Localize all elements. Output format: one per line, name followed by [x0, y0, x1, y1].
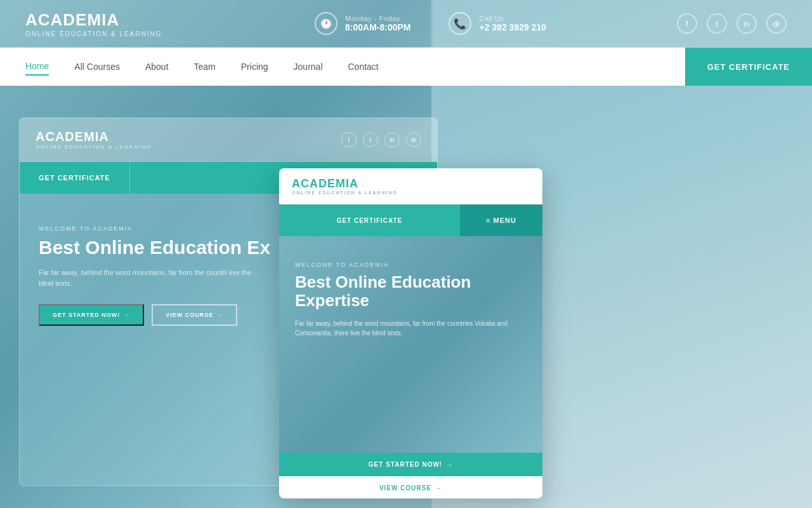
- nav-about[interactable]: About: [145, 58, 169, 75]
- desktop-dribbble-icon: dr: [406, 132, 421, 147]
- schedule-details: Monday - Friday 8:00AM-8:00PM: [345, 15, 410, 32]
- instagram-icon[interactable]: in: [737, 13, 757, 34]
- mobile-mockup-header: ACADEMIA ONLINE EDUCATION & LEARNING: [279, 168, 542, 204]
- mobile-mockup-desc: Far far away, behind the word mountains,…: [295, 319, 527, 338]
- phone-info: 📞 Call Us +2 392 3929 210: [449, 12, 546, 35]
- nav-all-courses[interactable]: All Courses: [74, 58, 120, 75]
- call-label: Call Us: [479, 15, 546, 22]
- clock-icon: 🕐: [315, 12, 337, 35]
- desktop-mockup-desc: Far far away, behind the word mountains,…: [39, 267, 261, 288]
- schedule-label: Monday - Friday: [345, 15, 410, 22]
- mobile-get-started-button[interactable]: GET STARTED NOW! →: [279, 453, 542, 476]
- nav-team[interactable]: Team: [194, 58, 216, 75]
- desktop-twitter-icon: t: [363, 132, 378, 147]
- desktop-mockup-logo: ACADEMIA: [36, 130, 152, 144]
- nav-journal[interactable]: Journal: [294, 58, 323, 75]
- mobile-mockup-title: Best Online Education Expertise: [295, 273, 527, 309]
- facebook-icon[interactable]: f: [677, 13, 697, 34]
- desktop-mockup-logo-area: ACADEMIA ONLINE EDUCATION & LEARNING: [36, 130, 152, 150]
- nav-home[interactable]: Home: [25, 58, 49, 76]
- mobile-mockup-buttons: GET STARTED NOW! → VIEW COURSE →: [279, 453, 542, 498]
- dribbble-icon[interactable]: dr: [766, 13, 787, 34]
- schedule-time: 8:00AM-8:00PM: [345, 22, 410, 32]
- logo: ACADEMIA ONLINE EDUCATION & LEARNING: [25, 10, 184, 37]
- mobile-cert-button[interactable]: GET CERTIFICATE: [279, 204, 460, 236]
- desktop-mockup-header: ACADEMIA ONLINE EDUCATION & LEARNING f t…: [20, 118, 437, 162]
- desktop-get-started-button[interactable]: GET STARTED NOW! →: [39, 304, 144, 326]
- nav-pricing[interactable]: Pricing: [241, 58, 268, 75]
- mobile-view-course-button[interactable]: VIEW COURSE →: [279, 476, 542, 498]
- contact-info: 🕐 Monday - Friday 8:00AM-8:00PM 📞 Call U…: [184, 12, 677, 35]
- phone-number: +2 392 3929 210: [479, 22, 546, 32]
- mobile-mockup-logo-area: ACADEMIA ONLINE EDUCATION & LEARNING: [292, 177, 398, 195]
- nav-contact[interactable]: Contact: [348, 58, 379, 75]
- mobile-menu-button[interactable]: ≡ MENU: [460, 204, 542, 236]
- top-bar: ACADEMIA ONLINE EDUCATION & LEARNING 🕐 M…: [0, 0, 812, 48]
- desktop-mockup-cert-btn: GET CERTIFICATE: [20, 162, 130, 194]
- desktop-view-course-button[interactable]: VIEW COURSE →: [152, 304, 237, 326]
- social-icons: f t in dr: [677, 13, 787, 34]
- desktop-facebook-icon: f: [341, 132, 357, 147]
- logo-subtitle: ONLINE EDUCATION & LEARNING: [25, 30, 184, 37]
- mobile-mockup-logo-sub: ONLINE EDUCATION & LEARNING: [292, 190, 398, 195]
- desktop-mockup-logo-sub: ONLINE EDUCATION & LEARNING: [36, 144, 152, 150]
- twitter-icon[interactable]: t: [707, 13, 727, 34]
- get-certificate-button[interactable]: GET CERTIFICATE: [685, 48, 812, 86]
- mobile-mockup-logo: ACADEMIA: [292, 177, 398, 190]
- mobile-mockup-hero: WELCOME TO ACADEMIA Best Online Educatio…: [279, 236, 542, 498]
- mobile-mockup: ACADEMIA ONLINE EDUCATION & LEARNING GET…: [279, 168, 542, 498]
- mobile-mockup-nav: GET CERTIFICATE ≡ MENU: [279, 204, 542, 236]
- phone-icon: 📞: [449, 12, 471, 35]
- phone-details: Call Us +2 392 3929 210: [479, 15, 546, 32]
- desktop-mockup-social: f t in dr: [341, 132, 421, 147]
- mobile-welcome-text: WELCOME TO ACADEMIA: [295, 262, 527, 268]
- logo-name: ACADEMIA: [25, 10, 184, 30]
- nav-links: Home All Courses About Team Pricing Jour…: [0, 58, 685, 76]
- schedule-info: 🕐 Monday - Friday 8:00AM-8:00PM: [315, 12, 410, 35]
- desktop-instagram-icon: in: [384, 132, 400, 147]
- nav-bar: Home All Courses About Team Pricing Jour…: [0, 48, 812, 86]
